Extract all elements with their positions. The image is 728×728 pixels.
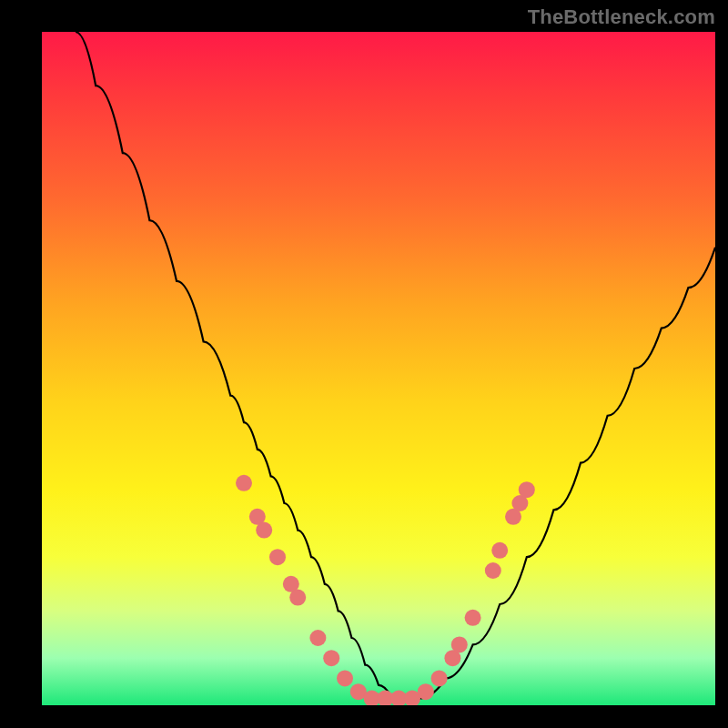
chart-frame: TheBottleneck.com	[0, 0, 728, 728]
curve-marker	[485, 562, 501, 579]
curve-marker	[404, 691, 420, 705]
curve-marker	[431, 670, 448, 686]
curve-marker	[337, 670, 353, 686]
curve-marker	[491, 542, 508, 559]
curve-marker	[451, 636, 468, 652]
curve-marker	[236, 475, 252, 491]
curve-marker	[377, 691, 393, 705]
curve-marker	[309, 630, 326, 646]
watermark-text: TheBottleneck.com	[528, 5, 715, 29]
curve-marker	[505, 509, 521, 525]
curve-marker	[283, 576, 299, 592]
curve-marker	[289, 590, 306, 606]
curve-marker	[444, 650, 460, 666]
curve-marker	[323, 650, 339, 666]
curve-marker	[256, 522, 272, 539]
curve-marker	[269, 549, 286, 565]
curve-marker	[465, 610, 481, 626]
chart-svg	[42, 32, 715, 705]
curve-marker	[418, 683, 434, 700]
curve-marker	[511, 495, 528, 511]
curve-marker	[249, 509, 266, 525]
curve-marker	[364, 691, 380, 705]
curve-markers	[236, 475, 535, 705]
bottleneck-curve	[76, 32, 715, 699]
curve-marker	[390, 691, 407, 705]
curve-marker	[519, 481, 535, 498]
curve-marker	[350, 683, 367, 700]
chart-plot-area	[42, 32, 715, 705]
